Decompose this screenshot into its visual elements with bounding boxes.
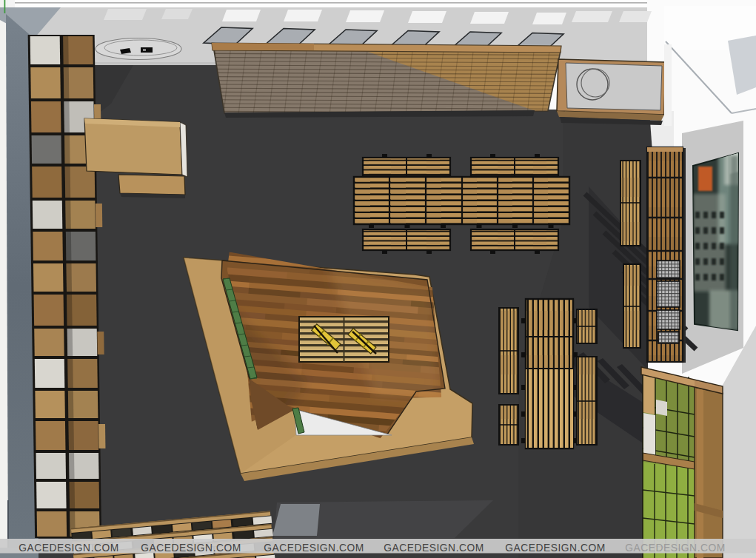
svg-text:GACEDESIGN.COM: GACEDESIGN.COM [141, 542, 241, 554]
svg-text:GACEDESIGN.COM: GACEDESIGN.COM [505, 542, 606, 554]
svg-text:GACEDESIGN.COM: GACEDESIGN.COM [384, 542, 484, 554]
svg-text:GACEDESIGN.COM: GACEDESIGN.COM [625, 542, 726, 554]
svg-text:GACEDESIGN.COM: GACEDESIGN.COM [264, 542, 364, 554]
svg-text:GACEDESIGN.COM: GACEDESIGN.COM [19, 542, 119, 554]
